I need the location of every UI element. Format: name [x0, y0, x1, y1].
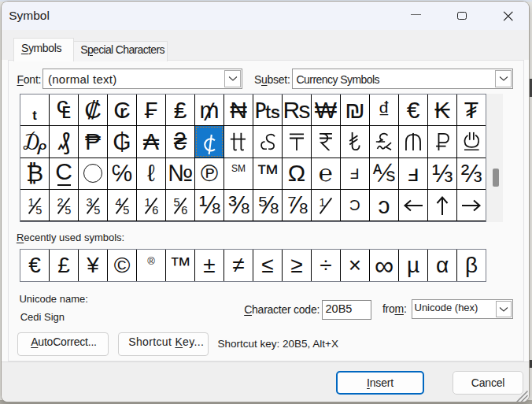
- svg-text:5: 5: [65, 204, 71, 215]
- svg-text:5: 5: [123, 204, 129, 215]
- svg-text:5: 5: [94, 204, 100, 215]
- svg-text:6: 6: [181, 204, 187, 215]
- svg-text:6: 6: [152, 204, 158, 215]
- svg-text:5: 5: [35, 204, 42, 215]
